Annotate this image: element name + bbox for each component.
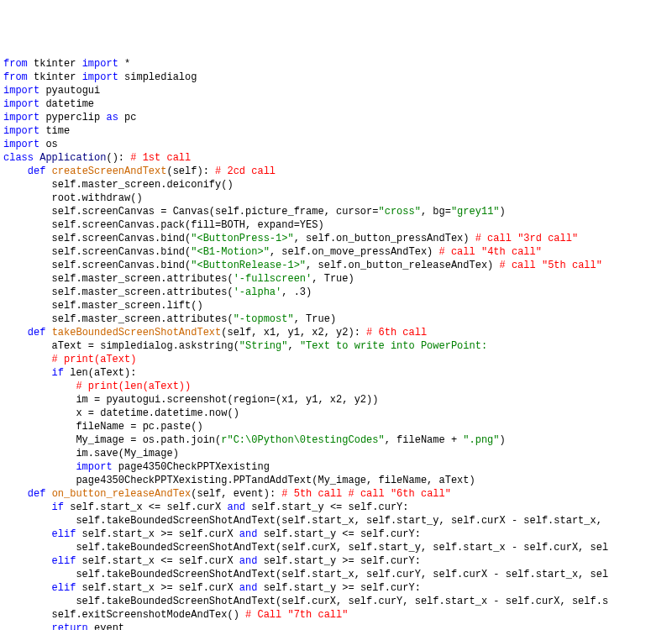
code-token: self.start_y >= self.curY:	[257, 582, 420, 594]
code-token: import	[3, 98, 39, 110]
code-token: self.screenCanvas.bind(	[3, 246, 191, 258]
code-token: event	[88, 622, 124, 630]
code-line: self.master_screen.lift()	[3, 299, 669, 312]
code-token: , self.on_button_releaseAndTex)	[306, 260, 499, 271]
code-token: "-topmost"	[234, 313, 294, 325]
code-token: , self.on_move_pressAndTex)	[270, 246, 439, 258]
code-token: "String"	[239, 340, 288, 352]
code-token: class	[3, 152, 34, 164]
code-token: self.master_screen.attributes(	[3, 313, 234, 325]
code-token: ():	[106, 152, 130, 164]
code-token: # print(aText)	[52, 354, 137, 365]
code-line: self.exitScreenshotModeAndTex() # Call "…	[3, 608, 669, 622]
code-token: , self.on_button_pressAndTex)	[294, 233, 475, 244]
code-token: self.takeBoundedScreenShotAndText(self.c…	[3, 542, 608, 554]
code-token: , fileName +	[385, 434, 464, 446]
code-line: import pyautogui	[3, 84, 669, 97]
code-token: import	[3, 125, 39, 137]
code-token: )	[500, 206, 506, 218]
code-token: , bg=	[421, 206, 451, 218]
code-token: Application	[39, 152, 106, 164]
code-token	[3, 461, 76, 473]
code-line: elif self.start_x <= self.curX and self.…	[3, 554, 669, 568]
code-token: tkinter	[28, 58, 82, 70]
code-line: self.takeBoundedScreenShotAndText(self.c…	[3, 541, 669, 554]
code-token: import	[82, 71, 118, 83]
code-line: self.screenCanvas.pack(fill=BOTH, expand…	[3, 218, 669, 232]
code-line: page4350CheckPPTXexisting.PPTandAddText(…	[3, 474, 669, 487]
code-token: self.master_screen.attributes(	[3, 273, 234, 285]
code-token: return	[52, 622, 88, 630]
code-token: self.start_x <= self.curX	[64, 501, 227, 513]
code-token: elif	[52, 582, 76, 594]
code-line: self.screenCanvas.bind("<ButtonPress-1>"…	[3, 232, 669, 245]
code-line: self.master_screen.deiconify()	[3, 178, 669, 192]
code-line: return event	[3, 622, 669, 630]
code-line: self.screenCanvas.bind("<ButtonRelease-1…	[3, 259, 669, 272]
code-token	[3, 327, 28, 339]
code-line: aText = simpledialog.askstring("String",…	[3, 339, 669, 353]
code-line: My_image = os.path.join(r"C:\0Python\0te…	[3, 433, 669, 447]
code-token: pyautogui	[39, 85, 100, 97]
code-token: def	[28, 327, 46, 339]
code-token: import	[3, 139, 39, 150]
code-token: # call "5th call"	[500, 260, 602, 271]
code-token: import	[3, 112, 39, 123]
code-line: def createScreenAndText(self): # 2cd cal…	[3, 165, 669, 178]
code-token: elif	[52, 555, 76, 567]
code-token: on_button_releaseAndTex	[52, 488, 192, 500]
code-token: )	[500, 434, 506, 446]
code-line: im = pyautogui.screenshot(region=(x1, y1…	[3, 393, 669, 407]
code-token: self.screenCanvas.pack(fill=BOTH, expand…	[3, 219, 324, 231]
code-token: "<ButtonPress-1>"	[191, 233, 293, 244]
code-token: self.start_y >= self.curY:	[257, 555, 420, 567]
code-token: (self, event):	[191, 488, 281, 500]
code-token: # 2cd call	[215, 165, 276, 177]
code-token: and	[239, 555, 258, 567]
code-line: self.takeBoundedScreenShotAndText(self.s…	[3, 568, 669, 581]
code-token	[3, 501, 52, 513]
code-token: self.takeBoundedScreenShotAndText(self.c…	[3, 596, 608, 607]
code-token: # 1st call	[130, 152, 191, 164]
code-token: import	[3, 85, 39, 97]
code-token: # 6th call	[366, 327, 427, 339]
code-token: if	[52, 501, 64, 513]
code-line: import time	[3, 124, 669, 138]
code-token: self.takeBoundedScreenShotAndText(self.s…	[3, 569, 608, 580]
code-token: def	[28, 165, 46, 177]
code-line: def on_button_releaseAndTex(self, event)…	[3, 487, 669, 501]
code-token: "grey11"	[451, 206, 500, 218]
code-token: if	[52, 367, 64, 379]
code-token	[3, 165, 28, 177]
code-token: datetime	[39, 98, 94, 110]
code-token	[3, 488, 28, 500]
code-line: self.takeBoundedScreenShotAndText(self.c…	[3, 595, 669, 608]
code-line: self.takeBoundedScreenShotAndText(self.s…	[3, 514, 669, 528]
code-token: "cross"	[378, 206, 420, 218]
code-token: # 5th call # call "6th call"	[281, 488, 451, 500]
code-token: and	[239, 528, 258, 540]
code-line: x = datetime.datetime.now()	[3, 407, 669, 420]
code-token: import	[76, 461, 112, 473]
code-token: len(aText):	[64, 367, 136, 379]
code-token: elif	[52, 528, 76, 540]
code-token: self.exitScreenshotModeAndTex()	[3, 609, 245, 621]
code-token: self.master_screen.attributes(	[3, 286, 234, 298]
code-token: self.master_screen.deiconify()	[3, 179, 234, 191]
code-token: , True)	[312, 273, 354, 285]
code-token: im.save(My_image)	[3, 448, 179, 459]
code-token: self.screenCanvas.bind(	[3, 260, 191, 271]
code-token: from	[3, 71, 28, 83]
code-token: simpledialog	[118, 71, 197, 83]
code-token: , True)	[294, 313, 336, 325]
code-token: My_image = os.path.join(	[3, 434, 221, 446]
code-token: "<ButtonRelease-1>"	[191, 260, 306, 271]
code-token: self.screenCanvas.bind(	[3, 233, 191, 244]
code-line: self.master_screen.attributes('-alpha', …	[3, 286, 669, 299]
code-line: from tkinter import *	[3, 57, 669, 71]
code-line: im.save(My_image)	[3, 447, 669, 460]
code-token: '-alpha'	[234, 286, 282, 298]
code-token: ,	[287, 340, 299, 352]
code-token: "<B1-Motion>"	[191, 246, 270, 258]
code-line: self.screenCanvas = Canvas(self.picture_…	[3, 205, 669, 218]
